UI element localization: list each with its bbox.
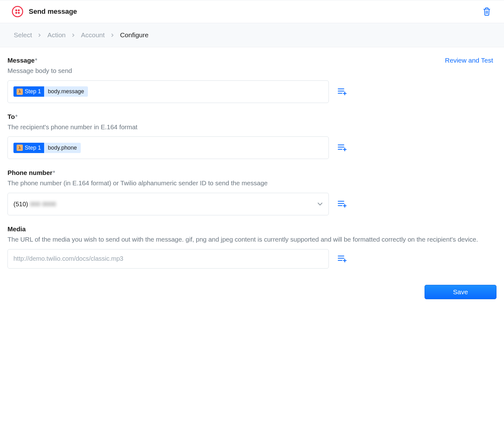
insert-variable-icon <box>338 88 347 96</box>
delete-step-button[interactable] <box>481 6 492 17</box>
variable-token[interactable]: λ Step 1 body.phone <box>13 143 81 153</box>
field-message-label: Message* <box>8 57 496 64</box>
field-message-description: Message body to send <box>8 66 496 75</box>
media-input-wrapper <box>8 249 329 269</box>
page-title: Send message <box>29 8 77 16</box>
token-path: body.phone <box>44 143 81 153</box>
chevron-right-icon <box>71 33 75 37</box>
insert-variable-button[interactable] <box>336 199 348 209</box>
field-phone-number-description: The phone number (in E.164 format) or Tw… <box>8 178 496 188</box>
chevron-right-icon <box>110 33 115 37</box>
token-path: body.message <box>44 86 88 97</box>
lambda-icon: λ <box>17 145 23 151</box>
required-marker: * <box>53 169 55 176</box>
configure-form: Review and Test Message* Message body to… <box>0 47 504 285</box>
field-media-description: The URL of the media you wish to send ou… <box>8 235 496 244</box>
token-step: λ Step 1 <box>13 86 44 97</box>
label-text: Phone number <box>8 169 53 176</box>
required-marker: * <box>35 57 38 64</box>
label-text: Media <box>8 225 26 233</box>
twilio-logo <box>12 6 23 17</box>
field-media: Media The URL of the media you wish to s… <box>8 225 496 269</box>
chevron-right-icon <box>38 33 42 37</box>
field-to: To* The recipient's phone number in E.16… <box>8 113 496 159</box>
breadcrumb-account[interactable]: Account <box>81 31 105 39</box>
insert-variable-button[interactable] <box>336 142 348 153</box>
selected-value: (510) 000 0000 <box>13 201 56 208</box>
insert-variable-icon <box>338 255 347 263</box>
breadcrumb-configure[interactable]: Configure <box>120 31 149 39</box>
breadcrumb-action[interactable]: Action <box>47 31 65 39</box>
lambda-icon: λ <box>17 89 23 95</box>
save-button[interactable]: Save <box>425 285 496 299</box>
token-step-label: Step 1 <box>25 88 41 95</box>
field-to-description: The recipient's phone number in E.164 fo… <box>8 122 496 132</box>
footer: Save <box>0 285 504 304</box>
required-marker: * <box>15 113 18 120</box>
label-text: To <box>8 113 15 120</box>
header: Send message <box>0 0 504 23</box>
message-input[interactable]: λ Step 1 body.message <box>8 80 329 103</box>
field-to-label: To* <box>8 113 496 120</box>
field-media-label: Media <box>8 225 496 233</box>
header-left: Send message <box>12 6 77 17</box>
phone-number-select[interactable]: (510) 000 0000 <box>8 193 329 215</box>
breadcrumb-select[interactable]: Select <box>14 31 32 39</box>
insert-variable-icon <box>338 200 347 208</box>
insert-variable-button[interactable] <box>336 86 348 97</box>
field-phone-number: Phone number* The phone number (in E.164… <box>8 169 496 215</box>
insert-variable-button[interactable] <box>336 254 348 264</box>
breadcrumb: Select Action Account Configure <box>0 23 504 47</box>
to-input[interactable]: λ Step 1 body.phone <box>8 136 329 159</box>
field-message: Message* Message body to send λ Step 1 b… <box>8 57 496 103</box>
variable-token[interactable]: λ Step 1 body.message <box>13 86 88 97</box>
media-input[interactable] <box>13 255 323 262</box>
token-step: λ Step 1 <box>13 143 44 153</box>
insert-variable-icon <box>338 144 347 152</box>
trash-icon <box>483 7 491 16</box>
label-text: Message <box>8 57 35 64</box>
review-and-test-link[interactable]: Review and Test <box>445 57 493 64</box>
token-step-label: Step 1 <box>25 145 41 151</box>
phone-hidden: 000 0000 <box>30 201 56 208</box>
field-phone-number-label: Phone number* <box>8 169 496 177</box>
chevron-down-icon <box>317 201 323 208</box>
phone-prefix: (510) <box>13 201 28 208</box>
